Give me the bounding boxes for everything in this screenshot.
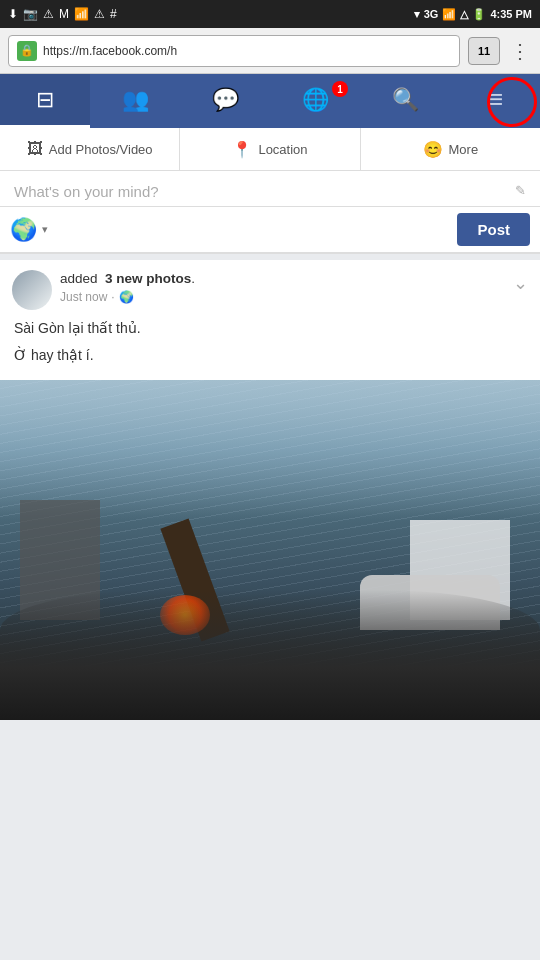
feed-post-photo[interactable] (0, 380, 540, 720)
feed-post-card: added 3 new photos. Just now · 🌍 ⌄ Sài G… (0, 260, 540, 720)
browser-bar: 🔒 https://m.facebook.com/h 11 ⋮ (0, 28, 540, 74)
camera-icon: 📷 (23, 7, 38, 21)
location-icon: 📍 (232, 140, 252, 159)
location-label: Location (258, 142, 307, 157)
status-bar: ⬇ 📷 ⚠ M 📶 ⚠ # ▾ 3G 📶 △ 🔋 4:35 PM (0, 0, 540, 28)
wifi-icon: ▾ (414, 8, 420, 21)
compose-footer: 🌍 ▾ Post (0, 207, 540, 254)
sim-icon: 📶 (74, 7, 89, 21)
feed-meta: Just now · 🌍 (60, 290, 528, 304)
location-button[interactable]: 📍 Location (180, 128, 360, 170)
bars-icon: 📶 (442, 8, 456, 21)
hash-icon: # (110, 7, 117, 21)
home-icon: ⊟ (36, 87, 54, 113)
feed-action-suffix: . (191, 271, 195, 286)
tab-count-button[interactable]: 11 (468, 37, 500, 65)
feed-dot: · (111, 290, 114, 304)
audience-selector[interactable]: 🌍 ▾ (10, 217, 48, 243)
url-text: https://m.facebook.com/h (43, 44, 177, 58)
globe-icon: 🌐 (302, 87, 329, 113)
notification-badge: 1 (332, 81, 348, 97)
nav-messages[interactable]: 💬 (180, 74, 270, 128)
edit-pencil-icon: ✎ (515, 183, 526, 198)
feed-area: added 3 new photos. Just now · 🌍 ⌄ Sài G… (0, 254, 540, 720)
photos-icon: 🖼 (27, 140, 43, 158)
feed-user-action: added 3 new photos. (60, 270, 528, 288)
photo-scene (0, 380, 540, 720)
post-button[interactable]: Post (457, 213, 530, 246)
feed-post-content: Sài Gòn lại thất thủ. Ờ hay thật í. (0, 316, 540, 380)
nav-menu[interactable]: ≡ (450, 74, 540, 128)
feed-photos-count: 3 new photos (105, 271, 191, 286)
avatar (12, 270, 52, 310)
feed-timestamp: Just now (60, 290, 107, 304)
browser-menu-button[interactable]: ⋮ (508, 39, 532, 63)
post-text-line1: Sài Gòn lại thất thủ. (14, 318, 526, 339)
nav-notifications[interactable]: 🌐 1 (270, 74, 360, 128)
audience-caret-icon: ▾ (42, 223, 48, 236)
more-label: More (449, 142, 479, 157)
debris-bottom (0, 590, 540, 720)
feed-action-prefix: added (60, 271, 98, 286)
nav-home[interactable]: ⊟ (0, 74, 90, 128)
friends-icon: 👥 (122, 87, 149, 113)
signal-triangle-icon: △ (460, 8, 468, 21)
menu-icon: ≡ (488, 84, 502, 115)
messages-icon: 💬 (212, 87, 239, 113)
signal-label: 3G (424, 8, 439, 20)
compose-actions-bar: 🖼 Add Photos/Video 📍 Location 😊 More (0, 128, 540, 171)
feed-header-info: added 3 new photos. Just now · 🌍 (60, 270, 528, 304)
status-icons-right: ▾ 3G 📶 △ 🔋 4:35 PM (414, 8, 532, 21)
download-icon: ⬇ (8, 7, 18, 21)
more-button[interactable]: 😊 More (361, 128, 540, 170)
facebook-nav-bar: ⊟ 👥 💬 🌐 1 🔍 ≡ (0, 74, 540, 128)
nav-friends[interactable]: 👥 (90, 74, 180, 128)
status-icons-left: ⬇ 📷 ⚠ M 📶 ⚠ # (8, 7, 117, 21)
audience-globe-icon: 🌍 (10, 217, 37, 243)
nav-search[interactable]: 🔍 (360, 74, 450, 128)
compose-input-area[interactable]: What's on your mind? ✎ (0, 171, 540, 207)
search-icon: 🔍 (392, 87, 419, 113)
warning-icon: ⚠ (43, 7, 54, 21)
gmail-icon: M (59, 7, 69, 21)
add-photos-label: Add Photos/Video (49, 142, 153, 157)
emoji-icon: 😊 (423, 140, 443, 159)
feed-post-header: added 3 new photos. Just now · 🌍 ⌄ (0, 260, 540, 316)
add-photos-button[interactable]: 🖼 Add Photos/Video (0, 128, 180, 170)
compose-placeholder: What's on your mind? (14, 183, 159, 200)
url-bar[interactable]: 🔒 https://m.facebook.com/h (8, 35, 460, 67)
warning2-icon: ⚠ (94, 7, 105, 21)
battery-icon: 🔋 (472, 8, 486, 21)
time-label: 4:35 PM (490, 8, 532, 20)
feed-globe-icon: 🌍 (119, 290, 134, 304)
post-text-line2: Ờ hay thật í. (14, 345, 526, 366)
lock-icon: 🔒 (17, 41, 37, 61)
expand-post-button[interactable]: ⌄ (513, 272, 528, 294)
